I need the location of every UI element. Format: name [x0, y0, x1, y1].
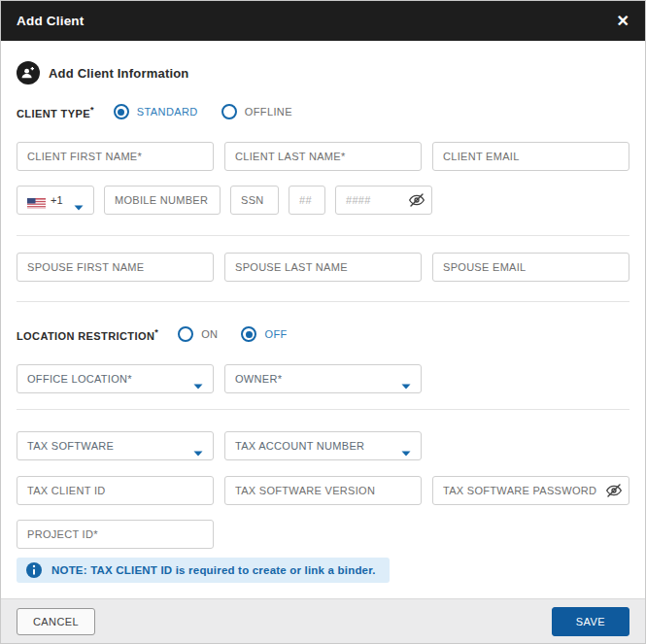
radio-standard-label: STANDARD	[137, 106, 198, 118]
radio-standard[interactable]: STANDARD	[114, 104, 198, 119]
tax-software-select[interactable]: TAX SOFTWARE	[17, 431, 214, 460]
office-location-placeholder: OFFICE LOCATION*	[27, 373, 132, 385]
save-button[interactable]: SAVE	[552, 607, 629, 636]
chevron-down-icon	[401, 376, 411, 382]
divider	[17, 235, 629, 236]
project-id-input[interactable]	[17, 520, 214, 549]
add-person-icon	[17, 61, 40, 85]
eye-off-icon[interactable]	[409, 192, 425, 212]
cancel-button[interactable]: CANCEL	[17, 608, 95, 635]
modal-header: Add Client ✕	[1, 1, 645, 41]
mobile-number-input[interactable]	[104, 186, 221, 215]
modal-title: Add Client	[17, 14, 85, 28]
spouse-last-name-input[interactable]	[224, 253, 422, 282]
us-flag-icon	[27, 195, 46, 206]
office-owner-row: OFFICE LOCATION* OWNER*	[17, 364, 629, 393]
modal-body: Add Client Information CLIENT TYPE* STAN…	[1, 41, 645, 598]
spouse-first-name-input[interactable]	[17, 253, 214, 282]
owner-placeholder: OWNER*	[235, 373, 282, 385]
radio-on[interactable]: ON	[178, 326, 218, 342]
chevron-down-icon	[74, 197, 84, 203]
radio-offline[interactable]: OFFLINE	[221, 104, 292, 119]
owner-select[interactable]: OWNER*	[224, 364, 422, 393]
divider	[17, 409, 629, 410]
tax-software-password-field	[432, 476, 629, 505]
tax-id-row	[17, 476, 629, 505]
client-name-row	[17, 142, 629, 171]
chevron-down-icon	[193, 443, 203, 449]
radio-on-label: ON	[201, 328, 218, 340]
radio-icon	[241, 326, 256, 342]
client-type-label: CLIENT TYPE*	[17, 105, 94, 119]
divider	[17, 301, 629, 302]
spouse-email-input[interactable]	[432, 253, 629, 282]
radio-offline-label: OFFLINE	[245, 106, 292, 118]
modal-footer: CANCEL SAVE	[1, 598, 645, 643]
spouse-row	[17, 253, 629, 282]
client-first-name-input[interactable]	[17, 142, 214, 171]
radio-icon	[178, 326, 193, 342]
add-client-modal: Add Client ✕ Add Client Information CLIE…	[0, 0, 646, 644]
tax-software-placeholder: TAX SOFTWARE	[27, 440, 114, 452]
radio-off-label: OFF	[264, 328, 287, 340]
country-code-select[interactable]: +1	[17, 186, 94, 215]
phone-ssn-row: +1	[17, 186, 629, 215]
client-last-name-input[interactable]	[224, 142, 422, 171]
tax-account-number-placeholder: TAX ACCOUNT NUMBER	[235, 440, 364, 452]
location-restriction-group: LOCATION RESTRICTION* ON OFF	[17, 326, 629, 342]
tax-software-version-input[interactable]	[224, 476, 422, 505]
section-title: Add Client Information	[49, 66, 189, 81]
info-icon	[26, 562, 42, 578]
location-restriction-label: LOCATION RESTRICTION*	[17, 327, 158, 342]
tax-software-password-input[interactable]	[432, 476, 629, 505]
eye-off-icon[interactable]	[606, 483, 622, 502]
ssn-input[interactable]	[230, 186, 279, 215]
tax-software-row: TAX SOFTWARE TAX ACCOUNT NUMBER	[17, 431, 629, 460]
radio-off[interactable]: OFF	[241, 326, 287, 342]
office-location-select[interactable]: OFFICE LOCATION*	[17, 364, 214, 393]
client-email-input[interactable]	[432, 142, 629, 171]
chevron-down-icon	[193, 376, 203, 382]
radio-icon	[221, 104, 237, 119]
country-code-value: +1	[51, 194, 63, 206]
radio-icon	[114, 104, 129, 119]
tax-account-number-select[interactable]: TAX ACCOUNT NUMBER	[224, 431, 422, 460]
note-text: NOTE: TAX CLIENT ID is required to creat…	[51, 564, 376, 576]
chevron-down-icon	[401, 443, 411, 449]
client-type-group: CLIENT TYPE* STANDARD OFFLINE	[17, 104, 629, 119]
close-icon[interactable]: ✕	[617, 14, 629, 29]
tax-client-id-input[interactable]	[17, 476, 214, 505]
ssn-part3-field	[335, 186, 432, 215]
section-header: Add Client Information	[17, 61, 629, 85]
note-banner: NOTE: TAX CLIENT ID is required to creat…	[17, 558, 390, 583]
project-id-row	[17, 520, 214, 549]
ssn-part2-input[interactable]	[289, 186, 325, 215]
